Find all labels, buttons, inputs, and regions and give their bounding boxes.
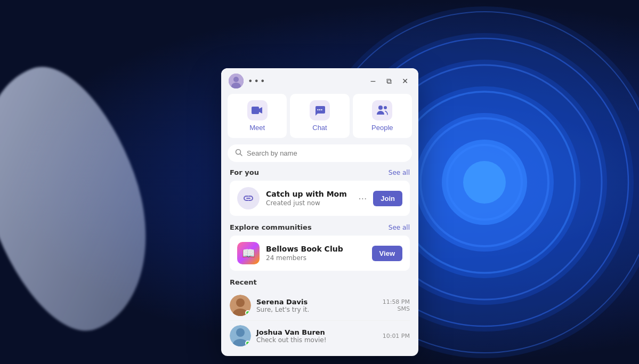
chat-icon	[313, 104, 326, 117]
catch-up-mom-content: Catch up with Mom Created just now	[266, 190, 350, 207]
online-indicator	[245, 341, 250, 346]
search-input[interactable]	[247, 149, 405, 157]
book-club-card: 📖 Bellows Book Club 24 members View	[230, 236, 410, 271]
svg-point-25	[236, 298, 245, 307]
recent-item-joshua[interactable]: Joshua Van Buren Check out this movie! 1…	[230, 321, 410, 351]
people-icon-container	[372, 100, 392, 120]
joshua-message: Check out this movie!	[256, 336, 377, 344]
recent-item-serena[interactable]: Serena Davis Sure, Let's try it. 11:58 P…	[230, 290, 410, 321]
recent-title: Recent	[230, 278, 257, 286]
communities-title: Explore communities	[230, 223, 312, 231]
catch-up-mom-title: Catch up with Mom	[266, 190, 350, 198]
joshua-time: 10:01 PM	[383, 333, 410, 339]
people-button[interactable]: People	[353, 94, 412, 138]
recent-header: Recent	[230, 278, 410, 286]
serena-message: Sure, Let's try it.	[256, 306, 377, 313]
online-indicator	[245, 310, 250, 316]
communities-see-all[interactable]: See all	[389, 224, 410, 231]
join-button[interactable]: Join	[373, 191, 402, 206]
video-icon	[251, 104, 264, 117]
serena-name: Serena Davis	[256, 298, 377, 306]
catch-up-mom-actions: ⋯ Join	[356, 191, 402, 206]
svg-point-14	[233, 77, 239, 82]
serena-content: Serena Davis Sure, Let's try it.	[256, 298, 377, 313]
book-club-title: Bellows Book Club	[266, 245, 366, 253]
meet-icon-container	[247, 100, 268, 120]
for-you-header: For you See all	[230, 168, 410, 176]
chat-icon-container	[310, 100, 330, 120]
for-you-section: For you See all Catch up with Mom Create…	[221, 168, 418, 223]
communities-header: Explore communities See all	[230, 223, 410, 231]
teams-window: ••• − ⧉ ✕ Meet	[221, 68, 418, 356]
joshua-content: Joshua Van Buren Check out this movie!	[256, 328, 377, 344]
link-icon	[237, 187, 260, 209]
view-button[interactable]: View	[372, 246, 402, 261]
people-icon	[376, 104, 389, 117]
people-label: People	[371, 124, 393, 132]
action-buttons-row: Meet Chat People	[221, 94, 418, 144]
for-you-see-all[interactable]: See all	[389, 169, 410, 176]
more-options-button[interactable]: •••	[248, 76, 266, 86]
meet-button[interactable]: Meet	[228, 94, 287, 138]
minimize-button[interactable]: −	[367, 75, 379, 87]
book-club-content: Bellows Book Club 24 members	[266, 245, 366, 262]
svg-point-12	[463, 161, 506, 204]
serena-avatar	[230, 295, 251, 316]
serena-time: 11:58 PM	[383, 298, 410, 305]
restore-button[interactable]: ⧉	[383, 75, 395, 87]
book-club-subtitle: 24 members	[266, 254, 366, 262]
serena-meta: 11:58 PM SMS	[383, 298, 410, 312]
recent-section: Recent Serena Davis Sure, Let's try it. …	[221, 278, 418, 356]
serena-type: SMS	[383, 305, 410, 312]
svg-point-20	[378, 106, 383, 110]
search-icon	[235, 149, 242, 158]
svg-point-28	[236, 328, 245, 337]
svg-point-17	[317, 109, 318, 110]
chat-button[interactable]: Chat	[290, 94, 349, 138]
window-controls: − ⧉ ✕	[367, 75, 411, 87]
svg-point-21	[384, 106, 387, 109]
avatar-image	[229, 74, 244, 88]
svg-point-19	[321, 109, 322, 110]
blob-decoration	[0, 48, 180, 350]
titlebar-left: •••	[229, 74, 266, 88]
svg-rect-16	[252, 107, 259, 114]
for-you-title: For you	[230, 168, 259, 176]
meet-label: Meet	[249, 124, 265, 132]
catch-up-mom-subtitle: Created just now	[266, 199, 350, 207]
search-bar[interactable]	[228, 144, 412, 162]
chat-label: Chat	[312, 124, 327, 132]
joshua-avatar	[230, 325, 251, 346]
user-avatar	[229, 74, 244, 88]
close-button[interactable]: ✕	[399, 75, 411, 87]
catch-up-mom-card: Catch up with Mom Created just now ⋯ Joi…	[230, 181, 410, 216]
joshua-meta: 10:01 PM	[383, 333, 410, 339]
book-club-icon: 📖	[237, 242, 260, 264]
svg-line-23	[240, 154, 242, 156]
joshua-name: Joshua Van Buren	[256, 328, 377, 336]
book-club-actions: View	[372, 246, 402, 261]
communities-section: Explore communities See all 📖 Bellows Bo…	[221, 223, 418, 278]
catch-up-mom-more-button[interactable]: ⋯	[356, 191, 369, 206]
titlebar: ••• − ⧉ ✕	[221, 68, 418, 94]
svg-point-18	[319, 109, 320, 110]
